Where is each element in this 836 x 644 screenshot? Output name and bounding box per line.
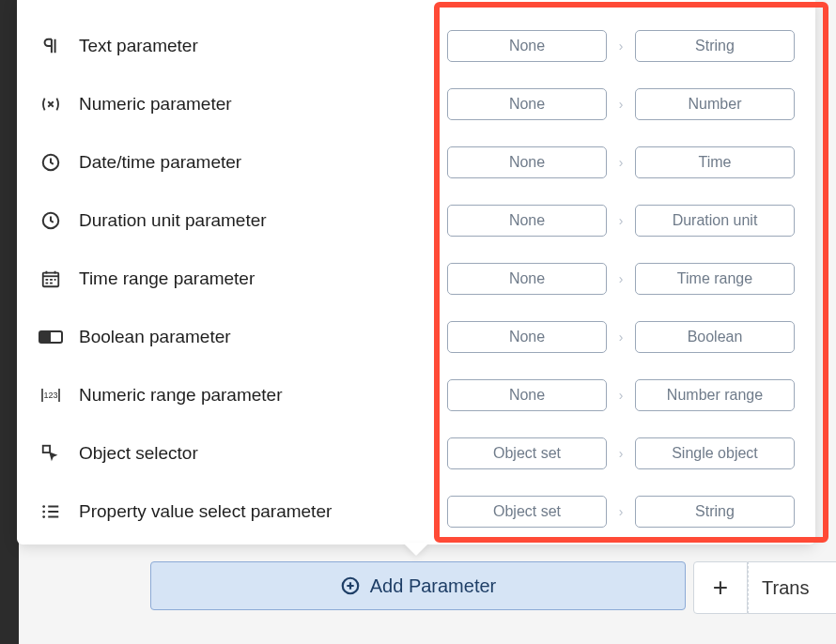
param-type-label: Date/time parameter bbox=[79, 152, 241, 173]
chevron-right-icon: › bbox=[614, 388, 627, 403]
app-sidebar bbox=[0, 0, 19, 644]
output-type-chip[interactable]: Time range bbox=[635, 263, 795, 295]
chevron-right-icon: › bbox=[614, 213, 627, 228]
pilcrow-icon bbox=[38, 33, 64, 59]
param-type-row[interactable]: Object selector Object set › Single obje… bbox=[17, 424, 815, 483]
output-type-chip[interactable]: Number range bbox=[635, 379, 795, 411]
chevron-right-icon: › bbox=[614, 271, 627, 286]
chevron-right-icon: › bbox=[614, 38, 627, 54]
svg-rect-6 bbox=[50, 283, 53, 284]
svg-point-12 bbox=[42, 505, 45, 508]
svg-rect-3 bbox=[46, 279, 49, 281]
add-tile-button[interactable]: + bbox=[693, 561, 748, 614]
input-type-chip[interactable]: None bbox=[447, 205, 607, 237]
output-type-chip[interactable]: Boolean bbox=[635, 321, 795, 353]
output-type-chip[interactable]: Duration unit bbox=[635, 205, 795, 237]
param-type-row[interactable]: 123 Numeric range parameter None › Numbe… bbox=[17, 366, 815, 424]
popover-caret bbox=[403, 543, 429, 556]
numeric-range-icon: 123 bbox=[38, 382, 64, 408]
calendar-icon bbox=[38, 266, 64, 292]
add-parameter-label: Add Parameter bbox=[370, 575, 497, 597]
svg-rect-11 bbox=[43, 446, 50, 452]
chevron-right-icon: › bbox=[614, 446, 627, 461]
variable-icon bbox=[38, 91, 64, 117]
output-type-chip[interactable]: Time bbox=[635, 146, 795, 178]
toggle-icon bbox=[38, 324, 64, 350]
output-type-chip[interactable]: String bbox=[635, 30, 795, 62]
svg-point-13 bbox=[42, 511, 45, 514]
chevron-right-icon: › bbox=[614, 504, 627, 519]
input-type-chip[interactable]: None bbox=[447, 146, 607, 178]
input-type-chip[interactable]: None bbox=[447, 379, 607, 411]
param-type-row[interactable]: Duration unit parameter None › Duration … bbox=[17, 192, 815, 250]
param-type-label: Time range parameter bbox=[79, 268, 255, 289]
param-type-row[interactable]: Numeric parameter None › Number bbox=[17, 75, 815, 133]
add-parameter-button[interactable]: Add Parameter bbox=[150, 561, 686, 610]
param-type-label: Duration unit parameter bbox=[79, 210, 267, 231]
svg-rect-9 bbox=[41, 333, 50, 341]
parameter-type-panel: Text parameter None › String Numeric par… bbox=[17, 0, 815, 544]
chevron-right-icon: › bbox=[614, 97, 627, 112]
param-type-row[interactable]: Time range parameter None › Time range bbox=[17, 250, 815, 308]
param-type-label: Property value select parameter bbox=[79, 501, 332, 522]
transform-label: Trans bbox=[762, 577, 809, 599]
param-type-label: Numeric range parameter bbox=[79, 385, 282, 406]
param-type-row[interactable]: Text parameter None › String bbox=[17, 17, 815, 75]
input-type-chip[interactable]: None bbox=[447, 321, 607, 353]
svg-rect-5 bbox=[46, 283, 49, 284]
output-type-chip[interactable]: String bbox=[635, 496, 795, 528]
param-type-row[interactable]: Date/time parameter None › Time bbox=[17, 133, 815, 192]
param-type-label: Boolean parameter bbox=[79, 327, 231, 347]
plus-circle-icon bbox=[340, 575, 361, 596]
input-type-chip[interactable]: None bbox=[447, 263, 607, 295]
svg-rect-4 bbox=[50, 279, 53, 281]
param-type-label: Numeric parameter bbox=[79, 94, 232, 115]
output-type-chip[interactable]: Single object bbox=[635, 437, 795, 469]
input-type-chip[interactable]: Object set bbox=[447, 496, 607, 528]
svg-rect-7 bbox=[54, 279, 56, 281]
input-type-chip[interactable]: None bbox=[447, 88, 607, 120]
plus-icon: + bbox=[713, 573, 728, 603]
svg-text:123: 123 bbox=[43, 391, 57, 400]
param-type-row[interactable]: Boolean parameter None › Boolean bbox=[17, 308, 815, 366]
transform-tile[interactable]: Trans bbox=[748, 561, 836, 614]
param-type-row[interactable]: Property value select parameter Object s… bbox=[17, 483, 815, 541]
clock-outline-icon bbox=[38, 207, 64, 234]
svg-point-14 bbox=[42, 515, 45, 518]
object-selector-icon bbox=[38, 440, 64, 467]
input-type-chip[interactable]: Object set bbox=[447, 437, 607, 469]
input-type-chip[interactable]: None bbox=[447, 30, 607, 62]
clock-icon bbox=[38, 149, 64, 176]
list-icon bbox=[38, 498, 64, 525]
param-type-label: Text parameter bbox=[79, 36, 198, 56]
chevron-right-icon: › bbox=[614, 155, 627, 170]
chevron-right-icon: › bbox=[614, 330, 627, 345]
param-type-label: Object selector bbox=[79, 443, 198, 464]
output-type-chip[interactable]: Number bbox=[635, 88, 795, 120]
